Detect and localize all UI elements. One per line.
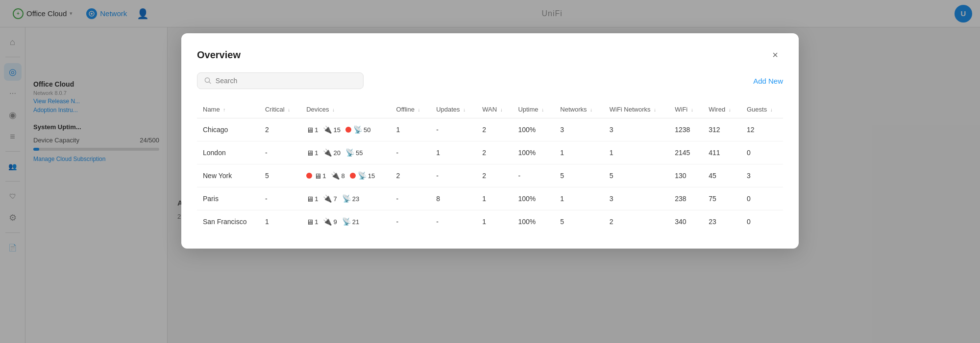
modal-actions: Add New [197,72,783,89]
cell-networks: 5 [554,164,603,187]
gateway-count: 1 [322,172,326,180]
cell-offline: - [391,210,431,233]
modal-header: Overview × [197,47,783,63]
overview-modal: Overview × Add New Name ↑ Critical ↓ Dev… [181,33,799,249]
cell-devices: 🖥 1 🔌 7 📡 23 [300,187,390,210]
gateway-count: 1 [315,126,318,134]
cell-networks: 5 [554,210,603,233]
search-input[interactable] [216,77,356,85]
col-wan[interactable]: WAN ↓ [476,101,512,118]
switch-item: 🔌 9 [323,217,337,226]
cell-guests: 0 [741,141,783,164]
cell-wired: 45 [703,164,741,187]
cell-guests: 12 [741,118,783,141]
gateway-item: 🖥 1 [306,126,318,134]
switch-icon: 🔌 [323,217,332,226]
cell-wifi-networks: 3 [604,187,669,210]
gateway-icon: 🖥 [306,218,314,226]
ap-count: 55 [356,149,363,157]
cell-offline: - [391,187,431,210]
ap-item: 📡 21 [342,217,359,226]
cell-devices: 🖥 1 🔌 9 📡 21 [300,210,390,233]
cell-networks: 3 [554,118,603,141]
cell-networks: 1 [554,187,603,210]
cell-wired: 23 [703,210,741,233]
ap-item: 📡 50 [345,125,370,134]
table-row[interactable]: New York5 🖥 1 🔌 8 📡 15 2-2-55130453 [197,164,783,187]
cell-name: New York [197,164,259,187]
gateway-item: 🖥 1 [306,149,318,157]
cell-wifi-networks: 3 [604,118,669,141]
col-name[interactable]: Name ↑ [197,101,259,118]
cell-wifi-networks: 1 [604,141,669,164]
cell-wired: 75 [703,187,741,210]
table-body: Chicago2 🖥 1 🔌 15 📡 50 1-2100%3312383121… [197,118,783,233]
cell-guests: 3 [741,164,783,187]
ap-icon: 📡 [353,125,363,134]
switch-count: 8 [341,172,344,180]
switch-count: 9 [333,218,337,226]
cell-networks: 1 [554,141,603,164]
switch-item: 🔌 7 [323,194,337,203]
table-header: Name ↑ Critical ↓ Devices ↓ Offline ↓ Up… [197,101,783,118]
cell-critical: - [259,141,300,164]
col-updates[interactable]: Updates ↓ [430,101,476,118]
search-box[interactable] [197,72,364,89]
gateway-count: 1 [315,195,318,203]
cell-wifi: 130 [669,164,703,187]
col-wifi[interactable]: WiFi ↓ [669,101,703,118]
col-offline[interactable]: Offline ↓ [391,101,431,118]
ap-item: 📡 55 [345,148,363,157]
switch-count: 7 [333,195,337,203]
cell-wifi: 238 [669,187,703,210]
ap-icon: 📡 [342,217,351,226]
gateway-item: 🖥 1 [306,218,318,226]
cell-wifi-networks: 5 [604,164,669,187]
cell-guests: 0 [741,187,783,210]
modal-close-button[interactable]: × [767,47,783,63]
gateway-alert-badge [306,173,312,179]
ap-item: 📡 23 [342,194,359,203]
col-networks[interactable]: Networks ↓ [554,101,603,118]
switch-item: 🔌 20 [323,148,340,157]
col-devices[interactable]: Devices ↓ [300,101,390,118]
ap-alert-badge [350,173,356,179]
switch-icon: 🔌 [323,148,332,157]
cell-guests: 0 [741,210,783,233]
cell-uptime: 100% [512,118,554,141]
col-wired[interactable]: Wired ↓ [703,101,741,118]
ap-alert-badge [345,127,351,133]
cell-wifi: 1238 [669,118,703,141]
gateway-icon: 🖥 [306,126,314,134]
add-new-button[interactable]: Add New [753,77,783,85]
cell-wan: 2 [476,164,512,187]
table-row[interactable]: Paris- 🖥 1 🔌 7 📡 23 -81100%13238750 [197,187,783,210]
table-row[interactable]: Chicago2 🖥 1 🔌 15 📡 50 1-2100%3312383121… [197,118,783,141]
cell-name: San Francisco [197,210,259,233]
search-icon [204,77,212,85]
col-wifi-networks[interactable]: WiFi Networks ↓ [604,101,669,118]
col-uptime[interactable]: Uptime ↓ [512,101,554,118]
col-guests[interactable]: Guests ↓ [741,101,783,118]
svg-line-3 [209,82,211,83]
col-critical[interactable]: Critical ↓ [259,101,300,118]
cell-wifi: 2145 [669,141,703,164]
table-row[interactable]: London- 🖥 1 🔌 20 📡 55 -12100%1121454110 [197,141,783,164]
cell-devices: 🖥 1 🔌 8 📡 15 [300,164,390,187]
cell-wan: 1 [476,187,512,210]
cell-wired: 312 [703,118,741,141]
ap-count: 21 [352,218,359,226]
cell-devices: 🖥 1 🔌 20 📡 55 [300,141,390,164]
switch-count: 15 [333,126,340,134]
ap-icon: 📡 [358,171,367,180]
ap-count: 23 [352,195,359,203]
table-row[interactable]: San Francisco1 🖥 1 🔌 9 📡 21 --1100%52340… [197,210,783,233]
switch-count: 20 [333,149,340,157]
gateway-icon: 🖥 [314,172,321,180]
cell-critical: 5 [259,164,300,187]
cell-name: Chicago [197,118,259,141]
cell-uptime: 100% [512,187,554,210]
cell-wan: 2 [476,118,512,141]
gateway-icon: 🖥 [306,195,314,203]
cell-wan: 1 [476,210,512,233]
